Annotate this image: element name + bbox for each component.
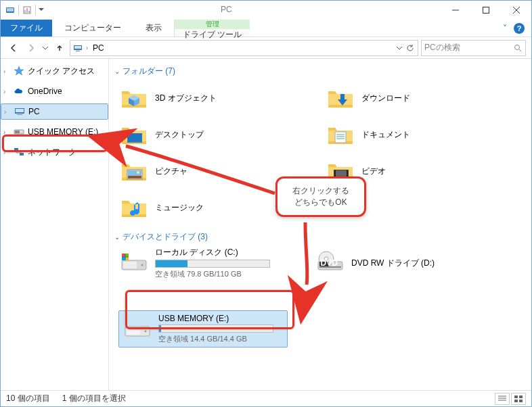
svg-rect-56 bbox=[514, 396, 518, 398]
navigation-pane: › クイック アクセス › OneDrive › PC › USB MEMORY… bbox=[1, 59, 109, 390]
main-area: › クイック アクセス › OneDrive › PC › USB MEMORY… bbox=[1, 59, 531, 390]
section-label: フォルダー (7) bbox=[123, 66, 175, 77]
nav-label: PC bbox=[28, 107, 40, 116]
contextual-tab-group: 管理 ドライブ ツール bbox=[174, 20, 250, 37]
properties-icon[interactable] bbox=[22, 5, 32, 16]
address-dropdown[interactable] bbox=[395, 43, 404, 53]
chevron-right-icon[interactable]: › bbox=[3, 68, 10, 75]
large-icons-view-button[interactable] bbox=[511, 393, 526, 405]
svg-text:DVD: DVD bbox=[321, 258, 338, 268]
svg-rect-42 bbox=[122, 258, 125, 261]
drive-free-text: 空き領域 14.4 GB/14.4 GB bbox=[158, 334, 284, 344]
breadcrumb-chevron[interactable]: › bbox=[85, 45, 89, 51]
usb-drive-icon bbox=[122, 316, 153, 343]
section-folders[interactable]: ⌄ フォルダー (7) bbox=[114, 66, 525, 77]
svg-point-31 bbox=[137, 171, 139, 174]
folder-icon bbox=[325, 85, 356, 112]
title-bar: PC bbox=[1, 1, 531, 20]
svg-rect-24 bbox=[335, 132, 346, 143]
drive-name: ローカル ディスク (C:) bbox=[155, 247, 288, 258]
ribbon-tabs: ファイル コンピューター 表示 管理 ドライブ ツール ˅ ? bbox=[1, 20, 531, 37]
drive-free-text: 空き領域 79.8 GB/110 GB bbox=[155, 269, 288, 279]
annotation-line1: 右クリックする bbox=[292, 185, 349, 197]
annotation-callout: 右クリックする どちらでもOK bbox=[275, 176, 366, 217]
usb-drive-icon bbox=[13, 126, 25, 138]
folder-icon bbox=[118, 85, 150, 112]
breadcrumb-pc[interactable]: PC bbox=[91, 43, 106, 53]
contextual-group-label: 管理 bbox=[175, 20, 250, 29]
section-label: デバイスとドライブ (3) bbox=[123, 231, 208, 243]
nav-label: OneDrive bbox=[28, 87, 62, 96]
details-view-button[interactable] bbox=[495, 393, 510, 405]
computer-tab[interactable]: コンピューター bbox=[52, 20, 133, 37]
drive-capacity-bar bbox=[155, 260, 270, 268]
folder-desktop[interactable]: デスクトップ bbox=[118, 118, 318, 151]
window-title: PC bbox=[221, 5, 232, 14]
svg-line-14 bbox=[519, 49, 521, 51]
up-button[interactable] bbox=[52, 41, 67, 55]
nav-network[interactable]: › ネットワーク bbox=[1, 144, 108, 160]
folder-icon bbox=[118, 194, 150, 221]
drive-tools-tab[interactable]: ドライブ ツール bbox=[175, 29, 250, 41]
pc-icon bbox=[73, 43, 83, 53]
search-box[interactable]: PCの検索 bbox=[421, 40, 526, 56]
svg-rect-1 bbox=[7, 8, 14, 11]
svg-rect-19 bbox=[15, 130, 20, 133]
svg-point-38 bbox=[141, 264, 143, 266]
chevron-down-icon[interactable]: ⌄ bbox=[114, 68, 120, 75]
folder-label: ピクチャ bbox=[155, 166, 187, 177]
address-bar-row: › PC PCの検索 bbox=[1, 37, 531, 59]
annotation-line2: どちらでもOK bbox=[292, 197, 349, 208]
chevron-right-icon[interactable]: › bbox=[3, 149, 10, 156]
network-icon bbox=[13, 146, 25, 158]
chevron-right-icon[interactable]: › bbox=[4, 108, 11, 116]
nav-quick-access[interactable]: › クイック アクセス bbox=[1, 63, 108, 79]
window-controls bbox=[440, 1, 531, 20]
qat-dropdown[interactable] bbox=[39, 7, 45, 14]
svg-rect-20 bbox=[14, 148, 18, 151]
svg-rect-51 bbox=[127, 328, 140, 335]
folder-documents[interactable]: ドキュメント bbox=[325, 118, 525, 151]
ribbon-collapse-icon[interactable]: ˅ bbox=[503, 24, 507, 33]
nav-pc[interactable]: › PC bbox=[1, 103, 108, 120]
drive-usb-e[interactable]: USB MEMORY (E:) 空き領域 14.4 GB/14.4 GB bbox=[118, 310, 288, 348]
svg-point-13 bbox=[515, 45, 520, 49]
close-button[interactable] bbox=[501, 1, 531, 20]
hdd-icon bbox=[118, 249, 150, 277]
drive-name: DVD RW ドライブ (D:) bbox=[351, 258, 484, 269]
drive-local-c[interactable]: ローカル ディスク (C:) 空き領域 79.8 GB/110 GB bbox=[118, 247, 288, 279]
svg-rect-37 bbox=[123, 262, 137, 268]
svg-rect-30 bbox=[128, 176, 141, 178]
refresh-button[interactable] bbox=[405, 43, 415, 53]
address-box[interactable]: › PC bbox=[70, 40, 418, 56]
recent-locations-dropdown[interactable] bbox=[41, 41, 49, 55]
folder-icon bbox=[118, 121, 150, 148]
app-icon bbox=[5, 5, 16, 16]
maximize-button[interactable] bbox=[470, 1, 501, 20]
onedrive-icon bbox=[13, 85, 25, 97]
chevron-right-icon[interactable]: › bbox=[3, 88, 10, 95]
minimize-button[interactable] bbox=[440, 1, 470, 20]
folder-3d-objects[interactable]: 3D オブジェクト bbox=[118, 81, 318, 115]
svg-rect-41 bbox=[126, 254, 129, 257]
folder-downloads[interactable]: ダウンロード bbox=[325, 81, 525, 115]
forward-button[interactable] bbox=[24, 41, 39, 55]
chevron-down-icon[interactable]: ⌄ bbox=[114, 233, 120, 241]
drive-dvd-d[interactable]: DVD DVD RW ドライブ (D:) bbox=[315, 247, 484, 279]
view-tab[interactable]: 表示 bbox=[133, 20, 174, 37]
drive-capacity-bar bbox=[158, 325, 273, 333]
chevron-right-icon[interactable]: › bbox=[3, 128, 10, 136]
search-icon bbox=[513, 43, 523, 53]
help-icon[interactable]: ? bbox=[514, 23, 525, 34]
folder-label: ダウンロード bbox=[361, 93, 410, 104]
folder-icon bbox=[118, 158, 150, 185]
folder-label: デスクトップ bbox=[155, 129, 204, 141]
svg-rect-23 bbox=[128, 134, 141, 141]
file-tab[interactable]: ファイル bbox=[1, 20, 52, 37]
back-button[interactable] bbox=[6, 41, 21, 55]
nav-usb-memory[interactable]: › USB MEMORY (E:) bbox=[1, 124, 108, 140]
section-drives[interactable]: ⌄ デバイスとドライブ (3) bbox=[114, 231, 525, 243]
folder-label: ドキュメント bbox=[361, 129, 410, 141]
nav-onedrive[interactable]: › OneDrive bbox=[1, 83, 108, 99]
svg-rect-40 bbox=[122, 254, 125, 257]
